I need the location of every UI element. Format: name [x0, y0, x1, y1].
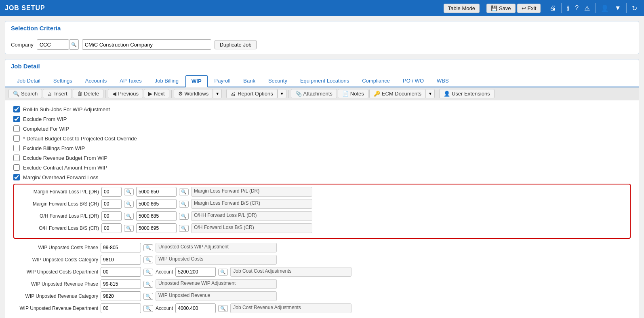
checkbox-2[interactable] [13, 125, 20, 132]
bottom-field-code-search-4[interactable]: 🔍 [143, 293, 153, 300]
checkbox-4[interactable] [13, 145, 20, 151]
bottom-field-label-0: WIP Unposted Costs Phase [17, 245, 98, 250]
bottom-field-desc-0: Unposted Costs WIP Adjustment [156, 243, 277, 252]
red-field-row-1: Margin Forward Loss B/S (CR)🔍🔍Margin Los… [14, 199, 630, 209]
tab-settings[interactable]: Settings [47, 75, 78, 87]
tab-bank[interactable]: Bank [237, 75, 261, 87]
checkbox-row-2: Completed For WIP [13, 125, 631, 132]
checkbox-row-6: Exclude Contract Amount From WIP [13, 164, 631, 171]
red-field-code-search-3[interactable]: 🔍 [124, 225, 134, 232]
checkbox-5[interactable] [13, 155, 20, 161]
question-icon[interactable]: ? [573, 4, 581, 13]
bottom-field-account-2[interactable] [175, 267, 216, 277]
red-field-account-search-0[interactable]: 🔍 [179, 189, 189, 195]
checkbox-1[interactable] [13, 116, 20, 122]
checkbox-0[interactable] [13, 106, 20, 112]
bottom-field-code-search-1[interactable]: 🔍 [143, 257, 153, 263]
tab-security[interactable]: Security [262, 75, 293, 87]
tab-po---wo[interactable]: PO / WO [397, 75, 430, 87]
insert-button[interactable]: 🖨 Insert [43, 89, 72, 98]
tab-ap-taxes[interactable]: AP Taxes [114, 75, 147, 87]
delete-label: Delete [84, 91, 99, 97]
red-field-label-2: O/H Forward Loss P/L (DR) [18, 213, 99, 219]
checkbox-label-7: Margin/ Overhead Forward Loss [23, 174, 98, 180]
company-name-input[interactable] [82, 39, 211, 50]
red-field-code-2[interactable] [101, 211, 122, 221]
red-field-code-search-1[interactable]: 🔍 [124, 201, 134, 208]
duplicate-job-button[interactable]: Duplicate Job [215, 40, 257, 49]
company-input[interactable] [37, 39, 69, 50]
bottom-field-account-search-2[interactable]: 🔍 [218, 269, 228, 276]
previous-button[interactable]: ◀ Previous [108, 89, 143, 98]
red-field-desc-2: O/HH Forward Loss P/L (DR) [191, 211, 312, 221]
tab-accounts[interactable]: Accounts [79, 75, 113, 87]
checkbox-7[interactable] [13, 174, 20, 180]
report-options-group: 🖨 Report Options ▼ [226, 89, 286, 98]
user-extensions-button[interactable]: 👤 User Extensions [439, 89, 495, 98]
previous-label: Previous [118, 91, 139, 97]
bottom-field-code-0[interactable] [101, 243, 141, 252]
red-field-desc-3: O/H Forward Loss B/S (CR) [191, 223, 312, 233]
notes-label: Notes [350, 91, 364, 97]
alert-icon[interactable]: ⚠ [582, 4, 592, 13]
bottom-field-code-5[interactable] [101, 303, 141, 313]
delete-button[interactable]: 🗑 Delete [73, 89, 104, 98]
bottom-field-code-4[interactable] [101, 291, 141, 301]
workflows-dropdown-button[interactable]: ▼ [213, 89, 222, 98]
workflows-button[interactable]: ⚙ Workflows [174, 89, 213, 98]
red-field-account-1[interactable] [136, 199, 177, 209]
report-options-dropdown-button[interactable]: ▼ [278, 89, 286, 98]
red-field-code-search-0[interactable]: 🔍 [124, 189, 134, 195]
selection-criteria-panel: Selection Criteria Company 🔍 Duplicate J… [5, 21, 639, 54]
ecm-dropdown-button[interactable]: ▼ [426, 89, 435, 98]
bottom-field-code-search-0[interactable]: 🔍 [143, 244, 153, 251]
red-field-code-1[interactable] [101, 199, 122, 209]
tab-payroll[interactable]: Payroll [208, 75, 237, 87]
bottom-field-code-search-2[interactable]: 🔍 [143, 269, 153, 276]
bottom-field-code-search-3[interactable]: 🔍 [143, 281, 153, 288]
selection-criteria-body: Company 🔍 Duplicate Job [5, 35, 639, 54]
exit-button[interactable]: ↩ Exit [517, 4, 541, 13]
report-options-button[interactable]: 🖨 Report Options [226, 89, 277, 98]
bottom-field-code-2[interactable] [101, 267, 141, 277]
tab-wip[interactable]: WIP [185, 75, 208, 87]
red-field-code-search-2[interactable]: 🔍 [124, 213, 134, 220]
red-field-account-search-3[interactable]: 🔍 [179, 225, 189, 232]
red-field-account-0[interactable] [136, 187, 177, 197]
bottom-field-label-5: WIP Unposted Revenue Department [17, 305, 98, 311]
red-field-code-3[interactable] [101, 223, 122, 233]
bottom-field-account-search-5[interactable]: 🔍 [218, 305, 228, 312]
bottom-field-label-4: WIP Unposted Revenue Category [17, 293, 98, 299]
red-field-code-0[interactable] [101, 187, 122, 197]
tab-compliance[interactable]: Compliance [356, 75, 396, 87]
bottom-field-code-search-5[interactable]: 🔍 [143, 305, 153, 312]
print-icon[interactable]: 🖨 [547, 4, 558, 13]
ecm-documents-button[interactable]: 🔑 ECM Documents [369, 89, 426, 98]
red-field-account-search-2[interactable]: 🔍 [179, 213, 189, 220]
help-icon[interactable]: ℹ [565, 4, 571, 13]
checkbox-6[interactable] [13, 164, 20, 171]
company-search-button[interactable]: 🔍 [69, 39, 79, 50]
bottom-field-code-1[interactable] [101, 255, 141, 265]
dropdown-icon[interactable]: ▼ [612, 4, 623, 13]
next-button[interactable]: ▶ Next [144, 89, 169, 98]
ecm-icon: 🔑 [374, 91, 380, 97]
red-field-label-3: O/H Forward Loss B/S (CR) [18, 225, 99, 231]
attachments-button[interactable]: 📎 Attachments [291, 89, 337, 98]
tab-job-detail[interactable]: Job Detail [11, 75, 46, 87]
tab-job-billing[interactable]: Job Billing [149, 75, 185, 87]
profile-icon[interactable]: 👤 [599, 4, 611, 13]
tab-wbs[interactable]: WBS [431, 75, 455, 87]
checkbox-3[interactable] [13, 135, 20, 142]
refresh-icon[interactable]: ↻ [630, 4, 639, 13]
bottom-field-code-3[interactable] [101, 279, 141, 289]
save-button[interactable]: 💾 Save [486, 4, 516, 13]
red-field-account-2[interactable] [136, 211, 177, 221]
notes-button[interactable]: 📄 Notes [338, 89, 368, 98]
red-field-account-3[interactable] [136, 223, 177, 233]
bottom-field-account-5[interactable] [175, 303, 216, 313]
tab-equipment-locations[interactable]: Equipment Locations [294, 75, 355, 87]
red-field-account-search-1[interactable]: 🔍 [179, 201, 189, 208]
table-mode-button[interactable]: Table Mode [444, 4, 480, 13]
search-button[interactable]: 🔍 Search [8, 89, 42, 98]
